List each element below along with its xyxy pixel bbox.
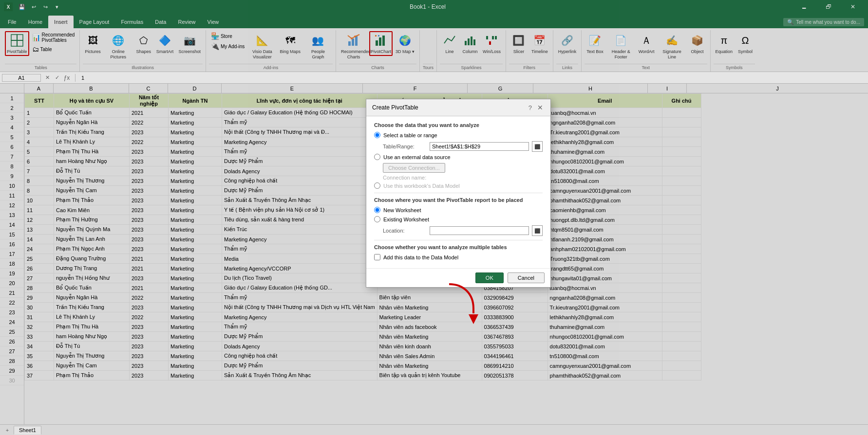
radio-external[interactable] — [374, 154, 380, 160]
cancel-btn[interactable]: Cancel — [508, 272, 545, 283]
table-range-picker-btn[interactable]: ⬛ — [532, 141, 543, 152]
radio-new-worksheet-label: New Worksheet — [383, 207, 421, 213]
dialog-sep1 — [374, 193, 543, 193]
table-range-label: Table/Range: — [383, 144, 427, 149]
dialog-overlay: Create PivotTable ? ✕ Choose the data th… — [0, 0, 868, 435]
radio-existing-ws-row: Existing Worksheet — [374, 216, 543, 222]
dialog-title: Create PivotTable — [372, 104, 418, 111]
add-data-model-label: Add this data to the Data Model — [383, 254, 458, 260]
add-data-model-row: Add this data to the Data Model — [374, 254, 543, 260]
location-label: Location: — [383, 228, 427, 234]
location-input[interactable] — [430, 226, 529, 235]
svg-marker-24 — [469, 314, 478, 324]
ok-btn[interactable]: OK — [475, 272, 504, 283]
dialog-question-mark[interactable]: ? — [528, 104, 532, 111]
dialog-body: Choose the data that you want to analyze… — [366, 116, 550, 268]
radio-new-worksheet[interactable] — [374, 207, 380, 213]
create-pivot-dialog: Create PivotTable ? ✕ Choose the data th… — [366, 99, 551, 288]
radio-new-ws-row: New Worksheet — [374, 207, 543, 213]
choose-connection-btn[interactable]: Choose Connection... — [383, 163, 445, 173]
radio-select-table[interactable] — [374, 132, 380, 138]
dialog-title-bar: Create PivotTable ? ✕ — [366, 99, 550, 116]
location-picker-btn[interactable]: ⬛ — [532, 225, 543, 236]
radio-data-model-label: Use this workbook's Data Model — [383, 183, 460, 189]
radio-data-model-row: Use this workbook's Data Model — [374, 182, 543, 189]
connection-name-label: Connection name: — [383, 175, 427, 181]
location-row: Location: ⬛ — [374, 225, 543, 236]
section2-title: Choose where you want the PivotTable rep… — [374, 197, 543, 203]
radio-existing-worksheet-label: Existing Worksheet — [383, 217, 429, 222]
connection-name-row: Connection name: — [374, 175, 543, 181]
section3-title: Choose whether you want to analyze multi… — [374, 244, 543, 250]
radio-select-table-label: Select a table or range — [383, 132, 437, 138]
radio-select-table-row: Select a table or range — [374, 132, 543, 138]
add-data-model-checkbox[interactable] — [374, 254, 380, 260]
radio-data-model[interactable] — [374, 182, 380, 189]
choose-connection-row: Choose Connection... — [374, 163, 543, 173]
radio-existing-worksheet[interactable] — [374, 216, 380, 222]
radio-external-label: Use an external data source — [383, 154, 451, 160]
dialog-close-btn[interactable]: ✕ — [536, 103, 545, 112]
dialog-sep2 — [374, 240, 543, 240]
table-range-input[interactable] — [430, 142, 529, 151]
dialog-btn-row: OK Cancel — [366, 268, 550, 287]
radio-external-row: Use an external data source — [374, 154, 543, 160]
section1-title: Choose the data that you want to analyze — [374, 122, 543, 128]
table-range-row: Table/Range: ⬛ — [374, 141, 543, 152]
